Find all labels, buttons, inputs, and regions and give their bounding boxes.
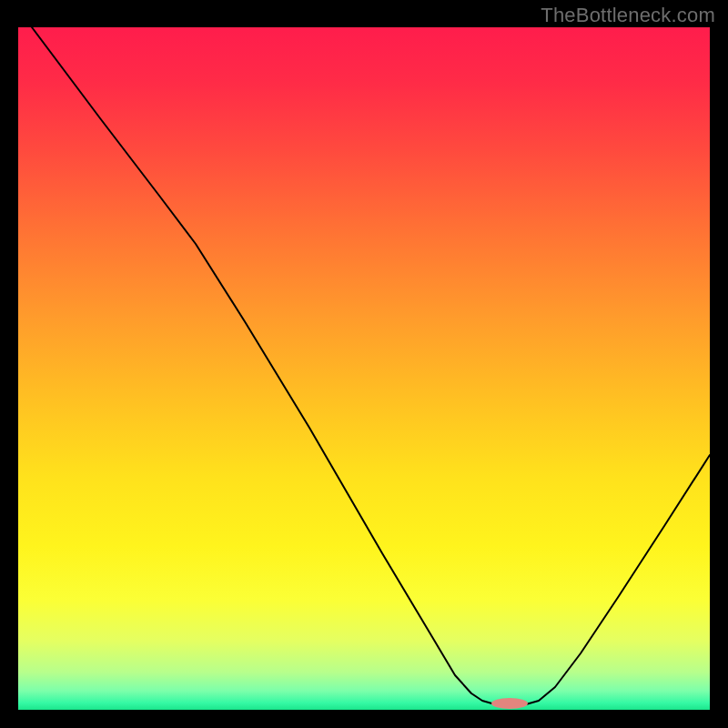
plot-svg [18,27,710,710]
gradient-background [18,27,710,710]
optimal-point-marker [491,698,528,709]
plot-area [18,27,710,710]
chart-stage: TheBottleneck.com [0,0,728,728]
watermark-text: TheBottleneck.com [541,4,715,27]
